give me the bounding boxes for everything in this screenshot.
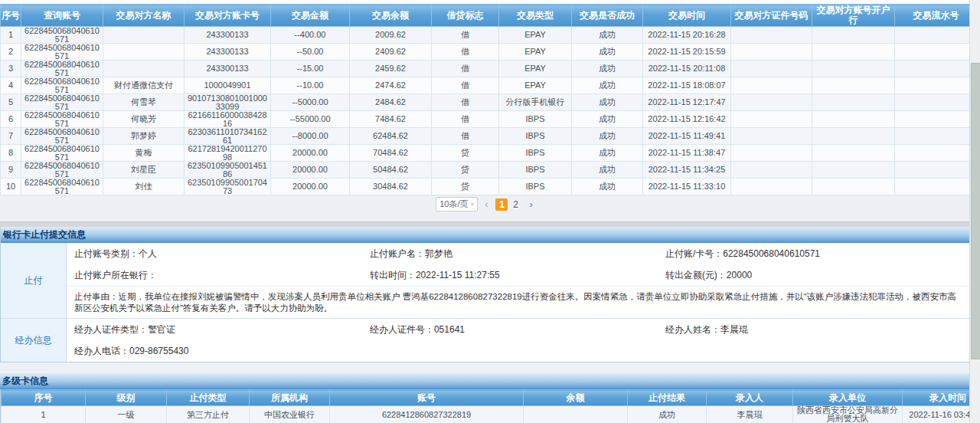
cell: --15.00 (271, 61, 350, 77)
cell (731, 44, 812, 61)
cell (812, 61, 895, 77)
field: 转出时间：2022-11-15 11:27:55 (370, 269, 665, 282)
cell: 何雪琴 (103, 94, 185, 111)
column-header: 查询账号 (21, 5, 103, 27)
column-header: 录入人 (707, 390, 793, 406)
column-header: 交易流水号 (895, 5, 978, 27)
cell: 成功 (572, 128, 643, 145)
cell: EPAY (499, 44, 572, 61)
next-page-button[interactable]: › (528, 198, 534, 210)
page-size-select[interactable]: 10条/页 ˅ (436, 197, 478, 212)
cell: 2022-11-15 20:16:28 (643, 27, 731, 44)
table-row: 86228450068040610571黄梅621728194200112709… (1, 145, 978, 162)
cell: 6228450068040610571 (21, 27, 103, 44)
cell: 2022-11-15 11:33:10 (643, 179, 731, 195)
jingban-fields: 经办人证件类型：警官证经办人证件号：051641经办人姓名：李晨琨经办人电话：0… (67, 319, 969, 362)
cell: 6228450068040610571 (21, 179, 103, 195)
cell: 分行版手机银行 (499, 94, 572, 111)
column-header: 所属机构 (250, 390, 330, 406)
cell (731, 128, 812, 145)
cell: --8000.00 (271, 128, 350, 145)
cell: IBPS (499, 162, 572, 179)
column-header: 借贷标志 (432, 5, 499, 27)
cell (895, 27, 978, 44)
column-header: 级别 (86, 390, 167, 406)
field: 经办人证件类型：警官证 (74, 323, 370, 336)
table-row: 16228450068040610571243300133--400.00200… (1, 27, 978, 44)
multi-card-header-row: 序号级别止付类型所属机构账号余额止付结果录入人录入单位录入时间 (2, 390, 980, 406)
column-header: 交易余额 (350, 5, 432, 27)
scrollbar-thumb[interactable] (971, 63, 980, 359)
cell: 成功 (572, 145, 643, 162)
cell: 借 (432, 77, 499, 94)
transactions-header-row: 序号查询账号交易对方名称交易对方账卡号交易金额交易余额借贷标志交易类型交易是否成… (1, 5, 978, 27)
cell: --50.00 (271, 44, 350, 61)
table-row: 1一级第三方止付中国农业银行6228412860827322819成功李晨琨陕西… (2, 406, 980, 423)
cell: 2409.62 (350, 44, 432, 61)
cell (812, 44, 895, 61)
page-button-2[interactable]: 2 (509, 198, 521, 211)
column-header: 交易时间 (643, 5, 731, 27)
cell: 2022-11-15 20:15:59 (643, 44, 731, 61)
cell (895, 162, 978, 179)
cell: 成功 (572, 44, 643, 61)
cell: 6228450068040610571 (21, 61, 103, 77)
cell (812, 77, 895, 94)
cell: 借 (432, 94, 499, 111)
table-row: 76228450068040610571郭梦婷62303611010734162… (1, 128, 978, 145)
cell: 243300133 (185, 44, 271, 61)
cell: 6235010990500145186 (185, 162, 271, 179)
stop-payment-panel: 银行卡止付提交信息 止付 止付账号类别：个人止付账户名：郭梦艳止付账/卡号：62… (0, 227, 970, 362)
column-header: 序号 (2, 390, 86, 406)
vertical-scrollbar[interactable] (969, 0, 980, 423)
field-row: 经办人电话：029-86755430 (67, 340, 969, 362)
cell (812, 27, 895, 44)
cell: 6217281942001127098 (185, 145, 271, 162)
cell: 2009.62 (350, 27, 432, 44)
cell: 2484.62 (350, 94, 432, 111)
cell: 6228412860827322819 (330, 406, 524, 423)
cell: 成功 (572, 111, 643, 128)
cell: 借 (432, 27, 499, 44)
cell: 6 (1, 111, 21, 128)
cell: 成功 (572, 162, 643, 179)
cell: 62484.62 (350, 128, 432, 145)
cell: 中国农业银行 (250, 406, 330, 423)
cell: 9010713080100100033099 (185, 94, 271, 111)
cell: 2022-11-15 12:16:42 (643, 111, 731, 128)
cell: 成功 (572, 94, 643, 111)
cell: 6228450068040610571 (21, 44, 103, 61)
table-row: 66228450068040610571何晓芳62166116000038428… (1, 111, 978, 128)
table-row: 106228450068040610571刘佳62350109905001704… (1, 179, 978, 195)
table-row: 26228450068040610571243300133--50.002409… (1, 44, 978, 61)
cell (731, 145, 812, 162)
cell: 2022-11-15 20:11:08 (643, 61, 731, 77)
cell: 2022-11-15 12:17:47 (643, 94, 731, 111)
cell: 李晨琨 (707, 406, 793, 423)
cell: 30484.62 (350, 179, 432, 195)
cell: 陕西省西安市公安局高新分局刑警大队 (793, 406, 903, 423)
column-header: 交易对方证件号码 (731, 5, 812, 27)
field: 经办人姓名：李晨琨 (665, 323, 961, 336)
field-row: 止付账户所在银行：转出时间：2022-11-15 11:27:55转出金额(元)… (67, 264, 969, 286)
cell: 成功 (572, 77, 643, 94)
multi-card-panel: 多级卡信息 序号级别止付类型所属机构账号余额止付结果录入人录入单位录入时间 1一… (0, 373, 970, 423)
page-button-1[interactable]: 1 (495, 198, 508, 211)
prev-page-button[interactable]: ‹ (483, 198, 489, 210)
cell (812, 128, 895, 145)
cell: 2474.62 (350, 77, 432, 94)
cell: --5000.00 (271, 94, 350, 111)
cell: 50484.62 (350, 162, 432, 179)
column-header: 交易是否成功 (572, 5, 643, 27)
cell: 5 (1, 94, 21, 111)
spacer (0, 213, 970, 221)
column-header: 止付结果 (628, 390, 707, 406)
chevron-down-icon: ˅ (470, 201, 474, 208)
cell: 借 (432, 61, 499, 77)
cell: EPAY (499, 77, 572, 94)
field-row: 经办人证件类型：警官证经办人证件号：051641经办人姓名：李晨琨 (67, 319, 969, 340)
cell: 借 (432, 128, 499, 145)
cell: 2022-11-15 11:34:25 (643, 162, 731, 179)
cell: 9 (1, 162, 21, 179)
cell (731, 61, 812, 77)
